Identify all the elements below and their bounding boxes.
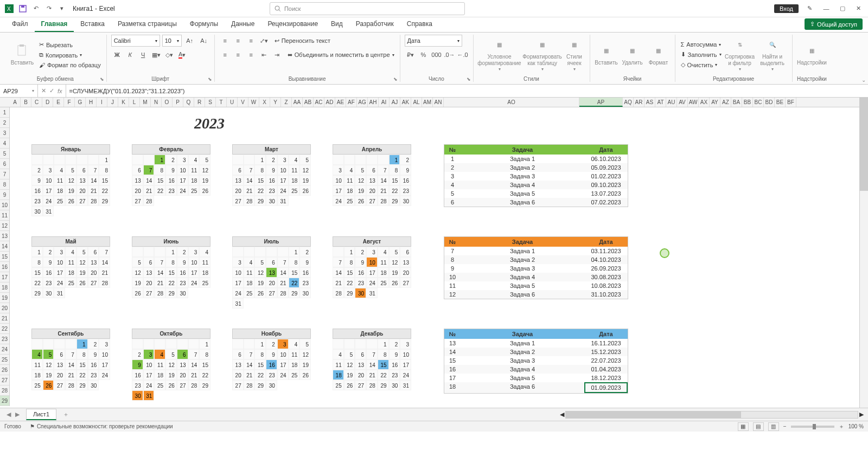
calendar-day[interactable]: 21 bbox=[65, 370, 76, 380]
comma-icon[interactable]: 000 bbox=[431, 49, 443, 61]
calendar-day[interactable]: 11 bbox=[54, 175, 65, 185]
col-header[interactable]: BB bbox=[742, 98, 753, 107]
calendar-day[interactable]: 29 bbox=[99, 196, 110, 206]
fill-button[interactable]: ⬇Заполнить▾ bbox=[680, 50, 723, 59]
cut-button[interactable]: ✂Вырезать bbox=[38, 40, 102, 49]
scrollbar-thumb[interactable] bbox=[566, 411, 741, 418]
calendar-day[interactable]: 6 bbox=[143, 257, 155, 267]
calendar-day[interactable]: 4 bbox=[344, 165, 355, 175]
calendar-day[interactable]: 16 bbox=[43, 267, 54, 278]
calendar-day[interactable]: 5 bbox=[76, 247, 88, 257]
calendar-day[interactable]: 19 bbox=[254, 278, 266, 288]
cell-task[interactable]: Задача 3 bbox=[461, 264, 584, 273]
cell-task[interactable]: Задача 2 bbox=[461, 255, 584, 264]
cell-task[interactable]: Задача 6 bbox=[461, 198, 584, 207]
calendar-day[interactable]: 17 bbox=[232, 278, 244, 288]
calendar-day[interactable]: 23 bbox=[266, 185, 277, 196]
calendar-day[interactable]: 19 bbox=[132, 278, 143, 288]
cell-date[interactable]: 01.09.2023 bbox=[584, 382, 628, 393]
decrease-decimal-icon[interactable]: ←.0 bbox=[457, 49, 469, 61]
calendar-day[interactable]: 14 bbox=[88, 175, 99, 185]
calendar-day[interactable]: 30 bbox=[266, 196, 277, 206]
merge-center-button[interactable]: ⬌Объединить и поместить в центре▾ bbox=[286, 50, 395, 60]
calendar-day[interactable]: 28 bbox=[154, 288, 165, 298]
calendar-day[interactable]: 29 bbox=[31, 288, 43, 298]
calendar-day[interactable]: 2 bbox=[132, 349, 143, 359]
col-header[interactable]: V bbox=[238, 98, 248, 107]
cell-task[interactable]: Задача 2 bbox=[461, 163, 584, 172]
calendar-day[interactable]: 22 bbox=[254, 185, 266, 196]
col-header[interactable]: AO bbox=[444, 98, 579, 107]
col-header[interactable]: AE bbox=[335, 98, 346, 107]
align-right-icon[interactable]: ≡ bbox=[245, 49, 257, 61]
col-header[interactable]: Z bbox=[281, 98, 292, 107]
calendar-day[interactable]: 31 bbox=[277, 196, 289, 206]
calendar-day[interactable]: 26 bbox=[132, 288, 143, 298]
calendar-day[interactable]: 27 bbox=[232, 196, 244, 206]
calendar-day[interactable]: 14 bbox=[244, 175, 255, 185]
calendar-day[interactable]: 13 bbox=[266, 267, 277, 278]
col-header[interactable]: AD bbox=[324, 98, 335, 107]
calendar-day[interactable]: 2 bbox=[266, 155, 277, 165]
calendar-day[interactable]: 23 bbox=[88, 370, 99, 380]
wrap-text-button[interactable]: ↩Переносить текст bbox=[273, 36, 331, 46]
calendar-day[interactable]: 28 bbox=[99, 278, 110, 288]
calendar-day[interactable]: 27 bbox=[88, 278, 99, 288]
tab-справка[interactable]: Справка bbox=[400, 17, 439, 32]
calendar-day[interactable]: 25 bbox=[333, 380, 344, 390]
calendar-day[interactable]: 27 bbox=[143, 288, 155, 298]
cell-task[interactable]: Задача 4 bbox=[461, 181, 584, 189]
calendar-day[interactable]: 15 bbox=[344, 267, 355, 278]
tab-разметка страницы[interactable]: Разметка страницы bbox=[111, 17, 183, 32]
calendar-day[interactable]: 15 bbox=[165, 267, 177, 278]
col-header[interactable]: AF bbox=[346, 98, 357, 107]
col-header[interactable]: AQ bbox=[623, 98, 634, 107]
redo-icon[interactable]: ↷ bbox=[44, 4, 53, 13]
calendar-day[interactable]: 12 bbox=[76, 257, 88, 267]
calendar-day[interactable]: 25 bbox=[378, 278, 389, 288]
calendar-day[interactable]: 18 bbox=[31, 370, 43, 380]
calendar-day[interactable]: 17 bbox=[143, 370, 155, 380]
row-header[interactable]: 10 bbox=[0, 200, 9, 210]
calendar-day[interactable]: 16 bbox=[355, 267, 366, 278]
calendar-day[interactable]: 13 bbox=[232, 359, 244, 370]
calendar-day[interactable]: 30 bbox=[132, 390, 143, 401]
cell-task[interactable]: Задача 3 bbox=[461, 356, 584, 365]
scroll-left-icon[interactable]: ◀ bbox=[560, 411, 564, 418]
calendar-day[interactable]: 24 bbox=[232, 288, 244, 298]
table-row[interactable]: 12Задача 631.10.2023 bbox=[444, 290, 628, 299]
col-header[interactable]: AK bbox=[400, 98, 411, 107]
calendar-day[interactable]: 23 bbox=[132, 380, 143, 390]
calendar-day[interactable]: 31 bbox=[43, 206, 54, 216]
calendar-day[interactable]: 25 bbox=[54, 196, 65, 206]
col-header[interactable]: AP bbox=[579, 98, 623, 107]
calendar-day[interactable]: 7 bbox=[333, 257, 344, 267]
calendar-day[interactable]: 5 bbox=[65, 165, 76, 175]
col-header[interactable]: AT bbox=[655, 98, 666, 107]
calendar-day[interactable]: 8 bbox=[389, 165, 400, 175]
cell-task[interactable]: Задача 3 bbox=[461, 172, 584, 181]
cell-date[interactable]: 01.02.2023 bbox=[584, 172, 628, 181]
table-row[interactable]: 8Задача 204.10.2023 bbox=[444, 255, 628, 264]
calendar-day[interactable]: 17 bbox=[333, 185, 344, 196]
currency-icon[interactable]: ₽▾ bbox=[405, 49, 417, 61]
calendar-day[interactable]: 7 bbox=[143, 165, 155, 175]
calendar-day[interactable]: 3 bbox=[43, 165, 54, 175]
calendar-day[interactable]: 16 bbox=[88, 359, 99, 370]
col-header[interactable]: AG bbox=[357, 98, 368, 107]
table-row[interactable]: 6Задача 607.02.2023 bbox=[444, 198, 628, 207]
table-row[interactable]: 2Задача 205.09.2023 bbox=[444, 163, 628, 172]
col-header[interactable]: BE bbox=[775, 98, 786, 107]
calendar-day[interactable]: 24 bbox=[400, 370, 411, 380]
col-header[interactable]: AJ bbox=[390, 98, 400, 107]
col-header[interactable]: AN bbox=[433, 98, 444, 107]
calendar-day[interactable]: 26 bbox=[76, 278, 88, 288]
calendar-day[interactable]: 28 bbox=[188, 380, 200, 390]
calendar-day[interactable]: 9 bbox=[31, 175, 43, 185]
calendar-day[interactable]: 9 bbox=[389, 349, 400, 359]
calendar-day[interactable]: 30 bbox=[400, 196, 411, 206]
search-box[interactable]: Поиск bbox=[270, 2, 465, 15]
calendar-day[interactable]: 8 bbox=[165, 257, 177, 267]
dialog-launcher-icon[interactable]: ⬊ bbox=[208, 76, 212, 82]
table-row[interactable]: 3Задача 301.02.2023 bbox=[444, 172, 628, 181]
